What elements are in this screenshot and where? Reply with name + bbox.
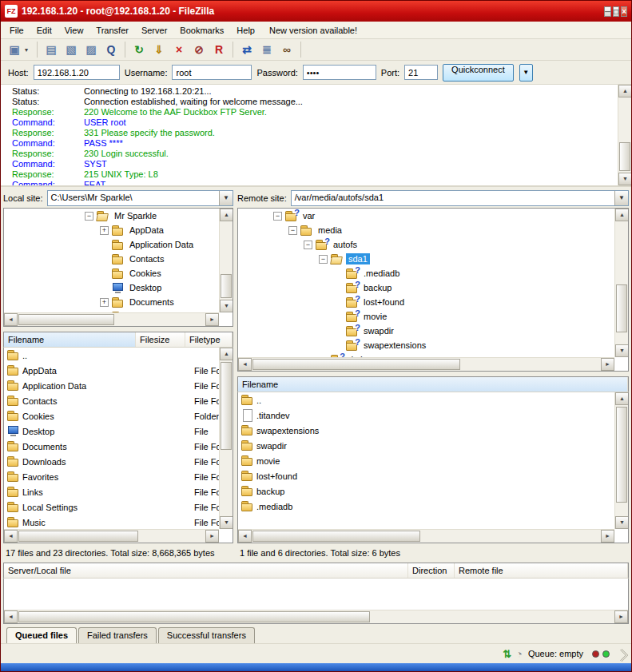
queue-hscrollbar[interactable]: ◄ ► <box>4 610 628 623</box>
scroll-left-button[interactable]: ◄ <box>4 313 18 326</box>
file-row[interactable]: ContactsFile Folder <box>4 393 219 408</box>
tree-item[interactable]: −media <box>238 223 614 237</box>
synchronized-browsing-icon[interactable]: ≣ <box>257 41 276 58</box>
directory-comparison-icon[interactable]: ⇄ <box>237 41 256 58</box>
file-row[interactable]: backup <box>238 483 614 499</box>
site-manager-icon[interactable]: ▣ <box>5 41 24 58</box>
scroll-thumb[interactable] <box>619 142 630 171</box>
process-queue-icon[interactable]: ⇓ <box>149 41 169 58</box>
update-notice[interactable]: New version available! <box>269 26 357 35</box>
scroll-thumb[interactable] <box>221 362 232 450</box>
refresh-icon[interactable]: ↻ <box>129 41 149 58</box>
collapse-icon[interactable]: − <box>288 226 297 235</box>
file-row[interactable]: MusicFile Folder <box>4 515 219 529</box>
file-row[interactable]: FavoritesFile Folder <box>4 469 219 484</box>
resize-grip-icon[interactable] <box>615 649 629 662</box>
local-list-vscrollbar[interactable]: ▲ ▼ <box>219 348 233 529</box>
local-site-combobox[interactable]: C:\Users\Mr Sparkle\ ▼ <box>47 190 233 206</box>
tree-item[interactable]: −?autofs <box>238 237 614 252</box>
file-row[interactable]: Application DataFile Folder <box>4 378 219 393</box>
menu-item-server[interactable]: Server <box>135 23 173 38</box>
file-row[interactable]: lost+found <box>238 468 614 483</box>
tree-item[interactable]: −sda1 <box>238 252 614 266</box>
tree-item[interactable]: −?var <box>238 209 614 223</box>
local-tree-hscrollbar[interactable]: ◄ ► <box>4 312 219 326</box>
toggle-remote-tree-icon[interactable]: ▨ <box>81 41 101 58</box>
quickconnect-dropdown-button[interactable]: ▼ <box>519 64 533 82</box>
scroll-right-button[interactable]: ► <box>205 530 219 543</box>
file-row[interactable]: .titandev <box>238 408 614 423</box>
scroll-thumb[interactable] <box>18 531 138 542</box>
tree-item[interactable]: ?swapdir <box>238 324 614 338</box>
tab-successful-transfers[interactable]: Successful transfers <box>158 627 255 643</box>
chevron-down-icon[interactable]: ▼ <box>614 191 628 205</box>
scroll-up-button[interactable]: ▲ <box>615 392 629 405</box>
file-row[interactable]: Local SettingsFile Folder <box>4 499 219 515</box>
file-row[interactable]: .. <box>238 392 614 408</box>
cancel-icon[interactable]: × <box>169 41 189 58</box>
file-row[interactable]: CookiesFolder <box>4 408 219 423</box>
file-row[interactable]: swapextensions <box>238 423 614 438</box>
file-row[interactable]: .mediadb <box>238 499 614 514</box>
host-input[interactable] <box>34 65 120 80</box>
file-row[interactable]: AppDataFile Folder <box>4 363 219 378</box>
scroll-left-button[interactable]: ◄ <box>4 530 18 543</box>
quickconnect-button[interactable]: Quickconnect <box>443 64 514 82</box>
scroll-thumb[interactable] <box>221 274 232 298</box>
scroll-down-button[interactable]: ▼ <box>618 173 631 185</box>
scroll-right-button[interactable]: ► <box>614 610 628 623</box>
scroll-left-button[interactable]: ◄ <box>238 530 252 543</box>
collapse-icon[interactable]: − <box>304 241 312 249</box>
tree-item[interactable]: Contacts <box>4 252 219 266</box>
disconnect-icon[interactable]: ⊘ <box>189 41 209 58</box>
tree-item[interactable]: ?backup <box>238 280 614 295</box>
tree-item[interactable]: +AppData <box>4 223 219 237</box>
find-files-icon[interactable]: ∞ <box>277 41 296 58</box>
remote-tree-vscrollbar[interactable]: ▲ ▼ <box>614 209 628 357</box>
minimize-button[interactable]: ─ <box>604 6 611 17</box>
password-input[interactable] <box>303 65 376 80</box>
tree-item[interactable]: −Mr Sparkle <box>4 209 219 223</box>
titlebar[interactable]: FZ 192.168.1.20 - root@192.168.1.20 - Fi… <box>1 1 631 22</box>
column-header-remote-file[interactable]: Remote file <box>455 563 628 578</box>
toggle-queue-icon[interactable]: Q <box>101 41 121 58</box>
file-row[interactable]: DesktopFile <box>4 423 219 439</box>
column-header-server-local-file[interactable]: Server/Local file <box>4 563 408 578</box>
network-activity-icon[interactable]: ⇅ <box>503 648 511 660</box>
scroll-right-button[interactable]: ► <box>601 358 614 371</box>
tree-item[interactable]: +Documents <box>4 295 219 309</box>
menu-item-file[interactable]: File <box>3 23 30 38</box>
tree-item[interactable]: ?.mediadb <box>238 266 614 280</box>
tree-item[interactable]: ?movie <box>238 309 614 324</box>
file-row[interactable]: DocumentsFile Folder <box>4 439 219 454</box>
scroll-down-button[interactable]: ▼ <box>220 516 233 529</box>
chevron-down-icon[interactable]: ▾ <box>25 46 33 54</box>
scroll-up-button[interactable]: ▲ <box>220 348 233 360</box>
file-row[interactable]: swapdir <box>238 438 614 453</box>
port-input[interactable] <box>404 65 438 80</box>
column-header-direction[interactable]: Direction <box>408 563 455 578</box>
scroll-thumb[interactable] <box>18 611 370 622</box>
column-header-filename[interactable]: Filename <box>238 377 628 392</box>
column-header-filesize[interactable]: Filesize <box>136 332 185 347</box>
chevron-down-icon[interactable]: ▼ <box>219 191 233 205</box>
scroll-thumb[interactable] <box>616 407 627 503</box>
menu-item-edit[interactable]: Edit <box>30 23 58 38</box>
scroll-left-button[interactable]: ◄ <box>238 358 252 371</box>
menu-item-help[interactable]: Help <box>230 23 261 38</box>
toggle-message-log-icon[interactable]: ▤ <box>42 41 61 58</box>
scroll-left-button[interactable]: ◄ <box>4 610 18 623</box>
scroll-thumb[interactable] <box>252 531 420 542</box>
menu-item-bookmarks[interactable]: Bookmarks <box>173 23 230 38</box>
close-button[interactable]: × <box>621 6 627 17</box>
maximize-button[interactable]: □ <box>613 6 619 17</box>
tree-item[interactable]: ?lost+found <box>238 295 614 309</box>
expand-icon[interactable]: + <box>100 298 109 307</box>
collapse-icon[interactable]: − <box>85 212 93 221</box>
scroll-right-button[interactable]: ► <box>205 313 219 326</box>
username-input[interactable] <box>172 65 252 80</box>
file-row[interactable]: movie <box>238 453 614 468</box>
tree-item[interactable]: Cookies <box>4 266 219 280</box>
scroll-up-button[interactable]: ▲ <box>615 209 629 221</box>
tab-queued-files[interactable]: Queued files <box>6 627 77 643</box>
